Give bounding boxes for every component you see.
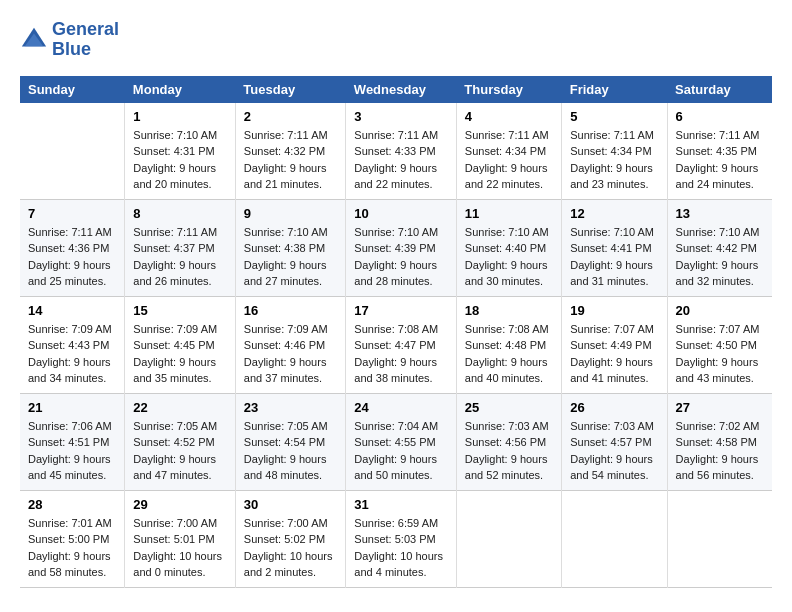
day-number: 31: [354, 497, 448, 512]
day-info: Sunrise: 7:11 AM Sunset: 4:34 PM Dayligh…: [465, 127, 553, 193]
day-number: 25: [465, 400, 553, 415]
calendar-cell: 4Sunrise: 7:11 AM Sunset: 4:34 PM Daylig…: [456, 103, 561, 200]
day-info: Sunrise: 7:07 AM Sunset: 4:49 PM Dayligh…: [570, 321, 658, 387]
calendar-cell: 25Sunrise: 7:03 AM Sunset: 4:56 PM Dayli…: [456, 393, 561, 490]
day-info: Sunrise: 7:02 AM Sunset: 4:58 PM Dayligh…: [676, 418, 764, 484]
header-row: SundayMondayTuesdayWednesdayThursdayFrid…: [20, 76, 772, 103]
day-number: 19: [570, 303, 658, 318]
calendar-cell: 12Sunrise: 7:10 AM Sunset: 4:41 PM Dayli…: [562, 199, 667, 296]
day-number: 6: [676, 109, 764, 124]
calendar-cell: [456, 490, 561, 587]
day-info: Sunrise: 7:01 AM Sunset: 5:00 PM Dayligh…: [28, 515, 116, 581]
day-number: 18: [465, 303, 553, 318]
header-friday: Friday: [562, 76, 667, 103]
day-info: Sunrise: 7:05 AM Sunset: 4:54 PM Dayligh…: [244, 418, 338, 484]
day-info: Sunrise: 7:09 AM Sunset: 4:46 PM Dayligh…: [244, 321, 338, 387]
day-info: Sunrise: 7:11 AM Sunset: 4:32 PM Dayligh…: [244, 127, 338, 193]
week-row-2: 14Sunrise: 7:09 AM Sunset: 4:43 PM Dayli…: [20, 296, 772, 393]
calendar-cell: [562, 490, 667, 587]
calendar-cell: 1Sunrise: 7:10 AM Sunset: 4:31 PM Daylig…: [125, 103, 236, 200]
week-row-0: 1Sunrise: 7:10 AM Sunset: 4:31 PM Daylig…: [20, 103, 772, 200]
day-info: Sunrise: 6:59 AM Sunset: 5:03 PM Dayligh…: [354, 515, 448, 581]
header-sunday: Sunday: [20, 76, 125, 103]
day-number: 12: [570, 206, 658, 221]
logo-icon: [20, 26, 48, 54]
calendar-cell: 27Sunrise: 7:02 AM Sunset: 4:58 PM Dayli…: [667, 393, 772, 490]
day-number: 16: [244, 303, 338, 318]
day-info: Sunrise: 7:10 AM Sunset: 4:39 PM Dayligh…: [354, 224, 448, 290]
calendar-cell: 3Sunrise: 7:11 AM Sunset: 4:33 PM Daylig…: [346, 103, 457, 200]
calendar-header: SundayMondayTuesdayWednesdayThursdayFrid…: [20, 76, 772, 103]
day-number: 23: [244, 400, 338, 415]
day-number: 29: [133, 497, 227, 512]
day-info: Sunrise: 7:07 AM Sunset: 4:50 PM Dayligh…: [676, 321, 764, 387]
header-tuesday: Tuesday: [235, 76, 346, 103]
calendar-cell: 26Sunrise: 7:03 AM Sunset: 4:57 PM Dayli…: [562, 393, 667, 490]
header-thursday: Thursday: [456, 76, 561, 103]
calendar-cell: 7Sunrise: 7:11 AM Sunset: 4:36 PM Daylig…: [20, 199, 125, 296]
calendar-cell: 29Sunrise: 7:00 AM Sunset: 5:01 PM Dayli…: [125, 490, 236, 587]
header-wednesday: Wednesday: [346, 76, 457, 103]
day-number: 17: [354, 303, 448, 318]
calendar-cell: 30Sunrise: 7:00 AM Sunset: 5:02 PM Dayli…: [235, 490, 346, 587]
calendar-cell: 28Sunrise: 7:01 AM Sunset: 5:00 PM Dayli…: [20, 490, 125, 587]
calendar-cell: 22Sunrise: 7:05 AM Sunset: 4:52 PM Dayli…: [125, 393, 236, 490]
day-number: 4: [465, 109, 553, 124]
day-info: Sunrise: 7:04 AM Sunset: 4:55 PM Dayligh…: [354, 418, 448, 484]
day-info: Sunrise: 7:11 AM Sunset: 4:37 PM Dayligh…: [133, 224, 227, 290]
calendar-cell: 20Sunrise: 7:07 AM Sunset: 4:50 PM Dayli…: [667, 296, 772, 393]
day-info: Sunrise: 7:11 AM Sunset: 4:34 PM Dayligh…: [570, 127, 658, 193]
day-info: Sunrise: 7:03 AM Sunset: 4:57 PM Dayligh…: [570, 418, 658, 484]
calendar-cell: 6Sunrise: 7:11 AM Sunset: 4:35 PM Daylig…: [667, 103, 772, 200]
week-row-1: 7Sunrise: 7:11 AM Sunset: 4:36 PM Daylig…: [20, 199, 772, 296]
calendar-table: SundayMondayTuesdayWednesdayThursdayFrid…: [20, 76, 772, 588]
calendar-cell: [667, 490, 772, 587]
calendar-cell: 24Sunrise: 7:04 AM Sunset: 4:55 PM Dayli…: [346, 393, 457, 490]
header-saturday: Saturday: [667, 76, 772, 103]
logo: General Blue: [20, 20, 119, 60]
calendar-cell: 31Sunrise: 6:59 AM Sunset: 5:03 PM Dayli…: [346, 490, 457, 587]
day-number: 22: [133, 400, 227, 415]
day-info: Sunrise: 7:08 AM Sunset: 4:48 PM Dayligh…: [465, 321, 553, 387]
day-info: Sunrise: 7:06 AM Sunset: 4:51 PM Dayligh…: [28, 418, 116, 484]
header-monday: Monday: [125, 76, 236, 103]
calendar-cell: 13Sunrise: 7:10 AM Sunset: 4:42 PM Dayli…: [667, 199, 772, 296]
calendar-cell: 17Sunrise: 7:08 AM Sunset: 4:47 PM Dayli…: [346, 296, 457, 393]
day-number: 30: [244, 497, 338, 512]
day-info: Sunrise: 7:08 AM Sunset: 4:47 PM Dayligh…: [354, 321, 448, 387]
day-number: 5: [570, 109, 658, 124]
day-number: 28: [28, 497, 116, 512]
day-info: Sunrise: 7:05 AM Sunset: 4:52 PM Dayligh…: [133, 418, 227, 484]
day-number: 21: [28, 400, 116, 415]
day-number: 7: [28, 206, 116, 221]
day-number: 1: [133, 109, 227, 124]
calendar-cell: 2Sunrise: 7:11 AM Sunset: 4:32 PM Daylig…: [235, 103, 346, 200]
calendar-body: 1Sunrise: 7:10 AM Sunset: 4:31 PM Daylig…: [20, 103, 772, 588]
week-row-4: 28Sunrise: 7:01 AM Sunset: 5:00 PM Dayli…: [20, 490, 772, 587]
day-info: Sunrise: 7:10 AM Sunset: 4:38 PM Dayligh…: [244, 224, 338, 290]
calendar-cell: [20, 103, 125, 200]
calendar-cell: 21Sunrise: 7:06 AM Sunset: 4:51 PM Dayli…: [20, 393, 125, 490]
day-number: 13: [676, 206, 764, 221]
day-info: Sunrise: 7:10 AM Sunset: 4:42 PM Dayligh…: [676, 224, 764, 290]
calendar-cell: 19Sunrise: 7:07 AM Sunset: 4:49 PM Dayli…: [562, 296, 667, 393]
calendar-cell: 5Sunrise: 7:11 AM Sunset: 4:34 PM Daylig…: [562, 103, 667, 200]
day-number: 20: [676, 303, 764, 318]
week-row-3: 21Sunrise: 7:06 AM Sunset: 4:51 PM Dayli…: [20, 393, 772, 490]
day-info: Sunrise: 7:03 AM Sunset: 4:56 PM Dayligh…: [465, 418, 553, 484]
page-header: General Blue: [20, 20, 772, 60]
day-number: 14: [28, 303, 116, 318]
day-number: 10: [354, 206, 448, 221]
day-info: Sunrise: 7:09 AM Sunset: 4:43 PM Dayligh…: [28, 321, 116, 387]
day-info: Sunrise: 7:10 AM Sunset: 4:31 PM Dayligh…: [133, 127, 227, 193]
calendar-cell: 10Sunrise: 7:10 AM Sunset: 4:39 PM Dayli…: [346, 199, 457, 296]
calendar-cell: 9Sunrise: 7:10 AM Sunset: 4:38 PM Daylig…: [235, 199, 346, 296]
day-number: 8: [133, 206, 227, 221]
day-info: Sunrise: 7:11 AM Sunset: 4:35 PM Dayligh…: [676, 127, 764, 193]
day-info: Sunrise: 7:11 AM Sunset: 4:33 PM Dayligh…: [354, 127, 448, 193]
logo-text: General Blue: [52, 20, 119, 60]
day-number: 9: [244, 206, 338, 221]
day-number: 24: [354, 400, 448, 415]
day-number: 15: [133, 303, 227, 318]
day-info: Sunrise: 7:10 AM Sunset: 4:40 PM Dayligh…: [465, 224, 553, 290]
